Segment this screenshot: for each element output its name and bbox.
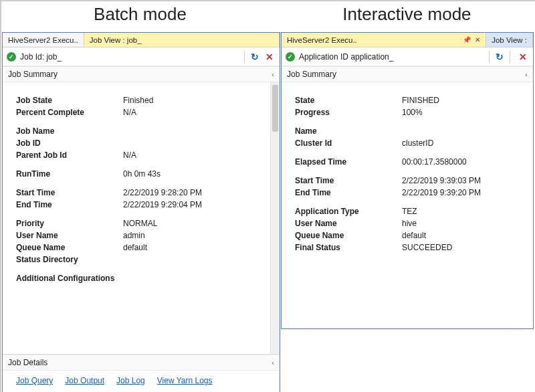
job-summary-header[interactable]: Job Summary ‹	[282, 66, 533, 82]
status-directory-label: Status Directory	[16, 255, 123, 264]
interactive-toolbar: ✓ Application ID application_ ↻ ✕	[282, 47, 533, 66]
priority-label: Priority	[16, 219, 123, 228]
toolbar-separator	[489, 51, 490, 63]
batch-tabstrip: HiveServer2 Execu.. Job View : job_	[3, 33, 280, 47]
end-time-value: 2/22/2019 9:29:04 PM	[123, 200, 202, 209]
job-id-label: Job ID	[16, 138, 123, 148]
job-summary-label: Job Summary	[287, 70, 336, 79]
job-log-link[interactable]: Job Log	[116, 376, 145, 385]
progress-value: 100%	[402, 108, 423, 117]
toolbar-separator	[244, 51, 245, 63]
job-name-label: Job Name	[16, 126, 123, 136]
job-id-text: Job Id: job_	[20, 52, 62, 62]
job-state-label: Job State	[16, 96, 123, 105]
end-time-label: End Time	[295, 188, 402, 197]
elapsed-time-label: Elapsed Time	[295, 157, 402, 167]
pin-icon[interactable]: 📌	[463, 36, 471, 43]
job-details-header[interactable]: Job Details ‹	[3, 355, 280, 371]
user-name-value: hive	[402, 219, 417, 228]
batch-toolbar: ✓ Job Id: job_ ↻ ✕	[3, 47, 280, 66]
user-name-label: User Name	[295, 219, 402, 228]
progress-label: Progress	[295, 108, 402, 117]
tab-jobview[interactable]: Job View : job_	[84, 33, 280, 47]
additional-configurations-label: Additional Configurations	[16, 274, 163, 283]
user-name-value: admin	[123, 231, 145, 240]
tab-hiveserver2-label: HiveServer2 Execu..	[287, 36, 357, 44]
start-time-value: 2/22/2019 9:28:20 PM	[123, 188, 202, 197]
tab-hiveserver2[interactable]: HiveServer2 Execu.. 📌 ✕	[282, 33, 486, 47]
tab-jobview-label: Job View : job_	[90, 36, 142, 44]
cancel-button[interactable]: ✕	[517, 51, 529, 63]
view-yarn-logs-link[interactable]: View Yarn Logs	[157, 376, 213, 385]
refresh-button[interactable]: ↻	[249, 51, 261, 63]
interactive-summary-body: State FINISHED Progress 100% Name Cluste…	[282, 82, 533, 330]
heading-batch: Batch mode	[1, 1, 279, 25]
final-status-label: Final Status	[295, 243, 402, 252]
job-summary-header[interactable]: Job Summary ‹	[3, 66, 280, 82]
priority-value: NORMAL	[123, 219, 157, 228]
interactive-panel: HiveServer2 Execu.. 📌 ✕ Job View : ✓ App…	[281, 32, 534, 329]
success-check-icon: ✓	[286, 52, 295, 62]
interactive-tabstrip: HiveServer2 Execu.. 📌 ✕ Job View :	[282, 33, 533, 47]
name-label: Name	[295, 126, 402, 136]
cluster-id-value: clusterID	[402, 138, 433, 148]
success-check-icon: ✓	[7, 52, 16, 62]
queue-name-value: default	[402, 231, 426, 240]
percent-complete-value: N/A	[123, 108, 136, 117]
job-summary-label: Job Summary	[8, 70, 58, 79]
application-type-label: Application Type	[295, 207, 402, 216]
start-time-value: 2/22/2019 9:39:03 PM	[402, 176, 481, 185]
application-type-value: TEZ	[402, 207, 417, 216]
refresh-button[interactable]: ↻	[494, 51, 506, 63]
chevron-left-icon: ‹	[525, 70, 528, 78]
end-time-label: End Time	[16, 200, 123, 209]
close-icon[interactable]: ✕	[475, 36, 480, 43]
user-name-label: User Name	[16, 231, 123, 240]
heading-interactive: Interactive mode	[279, 1, 535, 25]
state-value: FINISHED	[402, 96, 439, 105]
queue-name-value: default	[123, 243, 147, 252]
cancel-button[interactable]: ✕	[263, 51, 276, 63]
queue-name-label: Queue Name	[16, 243, 123, 252]
state-label: State	[295, 96, 402, 105]
runtime-label: RunTime	[16, 169, 123, 179]
mode-headings: Batch mode Interactive mode	[1, 1, 535, 32]
parent-job-id-value: N/A	[123, 151, 136, 160]
job-details-links: Job Query Job Output Job Log View Yarn L…	[3, 371, 280, 389]
final-status-value: SUCCEEDED	[402, 243, 452, 252]
batch-panel: HiveServer2 Execu.. Job View : job_ ✓ Jo…	[2, 32, 280, 392]
chevron-left-icon: ‹	[272, 359, 274, 367]
tab-hiveserver2-label: HiveServer2 Execu..	[8, 36, 78, 44]
tab-hiveserver2[interactable]: HiveServer2 Execu..	[3, 33, 84, 47]
start-time-label: Start Time	[16, 188, 123, 197]
end-time-value: 2/22/2019 9:39:20 PM	[402, 188, 481, 197]
parent-job-id-label: Parent Job Id	[16, 151, 123, 160]
runtime-value: 0h 0m 43s	[123, 169, 160, 179]
tab-jobview[interactable]: Job View :	[486, 33, 533, 47]
job-state-value: Finished	[123, 96, 153, 105]
job-output-link[interactable]: Job Output	[65, 376, 104, 385]
percent-complete-label: Percent Complete	[16, 108, 123, 117]
batch-summary-body: Job State Finished Percent Complete N/A …	[3, 82, 280, 354]
cluster-id-label: Cluster Id	[295, 138, 402, 148]
application-id-text: Application ID application_	[299, 52, 393, 62]
job-query-link[interactable]: Job Query	[16, 376, 53, 385]
toolbar-separator	[510, 51, 510, 63]
job-details-label: Job Details	[8, 358, 47, 367]
scrollbar[interactable]	[270, 82, 280, 354]
chevron-left-icon: ‹	[272, 70, 274, 78]
start-time-label: Start Time	[295, 176, 402, 185]
queue-name-label: Queue Name	[295, 231, 402, 240]
tab-jobview-label: Job View :	[492, 36, 527, 44]
elapsed-time-value: 00:00:17.3580000	[402, 157, 467, 167]
